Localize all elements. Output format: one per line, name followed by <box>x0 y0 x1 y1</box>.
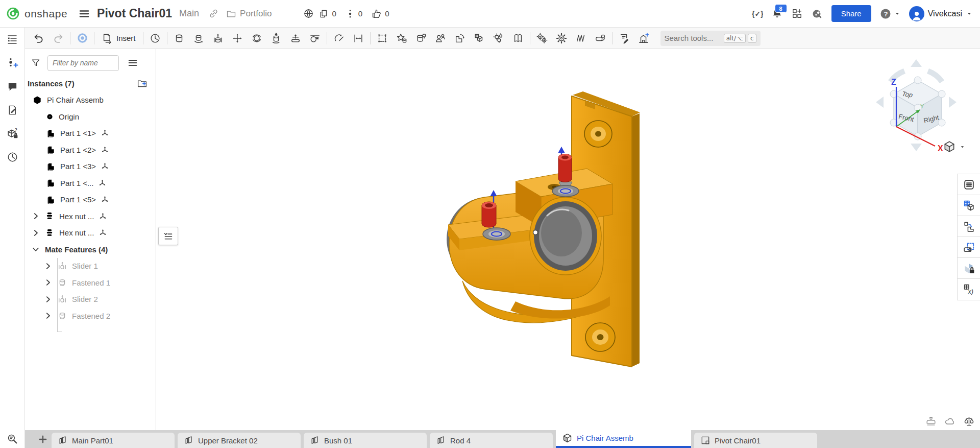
new-tab-button[interactable] <box>34 430 52 448</box>
history-button[interactable] <box>5 150 20 163</box>
replicate-button[interactable] <box>470 30 489 47</box>
tree-item-part-4[interactable]: Part 1 <... <box>25 175 156 192</box>
mate-connector-icon[interactable] <box>98 179 107 187</box>
notifications-button[interactable]: 8 <box>771 8 783 19</box>
view-mode-dropdown[interactable] <box>943 140 966 153</box>
named-views-panel-button[interactable] <box>958 237 980 258</box>
tab-main-part01[interactable]: Main Part01 <box>52 433 175 448</box>
mate-connector-icon[interactable] <box>101 146 109 154</box>
named-views-button[interactable] <box>392 30 411 47</box>
ai-advisor-icon[interactable] <box>811 8 823 20</box>
custom-tables-panel-button[interactable] <box>958 279 980 300</box>
cloud-icon[interactable] <box>944 416 955 427</box>
slider-mate-button[interactable] <box>208 30 228 47</box>
add-to-folder-icon[interactable] <box>137 78 148 89</box>
tangent-mate-button[interactable] <box>305 30 325 47</box>
tab-pi-chair-assemb[interactable]: Pi Chair Assemb <box>556 430 691 448</box>
tree-item-hex-nut-1[interactable]: Hex nut ... <box>25 208 156 225</box>
feature-list-toggle-button[interactable] <box>158 227 178 245</box>
planar-mate-button[interactable] <box>228 30 247 47</box>
display-states-panel-button[interactable] <box>958 258 980 279</box>
appearance-panel-button[interactable] <box>958 216 980 237</box>
list-view-icon[interactable] <box>127 57 138 68</box>
mate-connector-icon[interactable] <box>101 162 109 171</box>
tree-item-origin[interactable]: Origin <box>25 108 156 125</box>
tree-item-hex-nut-2[interactable]: Hex nut ... <box>25 225 156 242</box>
likes-stat[interactable]: 0 <box>371 8 389 19</box>
onshape-logo[interactable]: onshape <box>6 7 67 20</box>
search-tabs-button[interactable] <box>0 433 25 445</box>
tasks-icon[interactable] <box>751 8 763 20</box>
help-menu[interactable] <box>879 8 901 20</box>
display-states-button[interactable] <box>411 30 431 47</box>
publications-button[interactable] <box>508 30 528 47</box>
assembly-model[interactable] <box>434 87 653 383</box>
app-store-icon[interactable] <box>791 8 803 19</box>
tree-item-part-5[interactable]: Part 1 <5> <box>25 192 156 208</box>
main-menu-button[interactable] <box>76 5 93 22</box>
tab-upper-bracket-02[interactable]: Upper Bracket 02 <box>178 433 301 448</box>
insert-to-publication-button[interactable] <box>634 30 653 47</box>
insert-button[interactable]: Insert <box>96 30 141 47</box>
spring-button[interactable] <box>571 30 591 47</box>
tree-item-fastened-2[interactable]: Fastened 2 <box>25 308 156 324</box>
gear-relation-button[interactable] <box>532 30 552 47</box>
filter-funnel-icon[interactable] <box>31 58 41 68</box>
tab-rod-4[interactable]: Rod 4 <box>430 433 553 448</box>
filter-input[interactable] <box>47 55 119 71</box>
undo-button[interactable] <box>29 30 48 47</box>
edit-in-context-button[interactable] <box>450 30 470 47</box>
public-globe-icon[interactable] <box>303 8 314 19</box>
tree-item-fastened-1[interactable]: Fastened 1 <box>25 274 156 291</box>
link-icon[interactable] <box>208 8 219 19</box>
document-notes-button[interactable] <box>5 103 20 116</box>
chevron-right-icon[interactable] <box>43 278 53 287</box>
snap-mode-button[interactable] <box>329 30 349 47</box>
comments-button[interactable] <box>5 80 20 93</box>
ball-mate-button[interactable] <box>247 30 266 47</box>
mass-properties-icon[interactable] <box>963 415 975 427</box>
mate-connector-icon[interactable] <box>101 195 109 204</box>
redo-button[interactable] <box>48 30 68 47</box>
mate-limits-button[interactable] <box>349 30 368 47</box>
tree-item-assembly-root[interactable]: Pi Chair Assemb <box>25 92 156 109</box>
stamp-icon[interactable] <box>925 416 937 427</box>
create-version-button[interactable] <box>5 56 20 69</box>
chevron-right-icon[interactable] <box>31 228 40 238</box>
chevron-right-icon[interactable] <box>43 262 53 271</box>
update-linked-documents-button[interactable] <box>72 30 92 47</box>
graphics-viewport[interactable]: Y Z X Top Front Right <box>157 49 980 430</box>
document-outline-button[interactable] <box>5 33 20 46</box>
workspace-name[interactable]: Main <box>179 8 199 19</box>
cylindrical-mate-button[interactable] <box>266 30 286 47</box>
mate-features-header[interactable]: Mate Features (4) <box>25 241 156 258</box>
release-status-button[interactable] <box>5 127 20 140</box>
bom-panel-button[interactable] <box>958 174 980 195</box>
pin-slot-mate-button[interactable] <box>286 30 305 47</box>
revolute-mate-button[interactable] <box>189 30 208 47</box>
configurations-panel-button[interactable] <box>958 195 980 216</box>
mate-connector-icon[interactable] <box>99 212 107 221</box>
rack-relation-button[interactable] <box>552 30 571 47</box>
tree-item-part-3[interactable]: Part 1 <3> <box>25 158 156 175</box>
tab-pivot-chair01[interactable]: Pivot Chair01 <box>694 433 817 448</box>
tab-bush-01[interactable]: Bush 01 <box>304 433 427 448</box>
copies-stat[interactable]: 0 <box>318 9 336 19</box>
tree-item-part-2[interactable]: Part 1 <2> <box>25 142 156 158</box>
chevron-right-icon[interactable] <box>31 211 40 221</box>
named-positions-button[interactable] <box>145 30 165 47</box>
explode-view-button[interactable] <box>373 30 392 47</box>
versions-stat[interactable]: 0 <box>345 9 362 19</box>
relations-button[interactable] <box>489 30 508 47</box>
user-menu[interactable]: Vivekcasi <box>909 6 973 21</box>
search-tools-field[interactable]: Search tools... alt/⌥ c <box>660 31 761 46</box>
chevron-right-icon[interactable] <box>43 311 53 320</box>
belt-button[interactable] <box>591 30 610 47</box>
chevron-down-icon[interactable] <box>31 245 40 254</box>
chevron-right-icon[interactable] <box>43 295 53 304</box>
mate-connector-icon[interactable] <box>99 228 107 237</box>
configurations-button[interactable] <box>431 30 450 47</box>
folder-breadcrumb[interactable]: Portfolio <box>226 9 272 19</box>
mate-connector-icon[interactable] <box>101 129 109 137</box>
share-button[interactable]: Share <box>831 5 871 22</box>
